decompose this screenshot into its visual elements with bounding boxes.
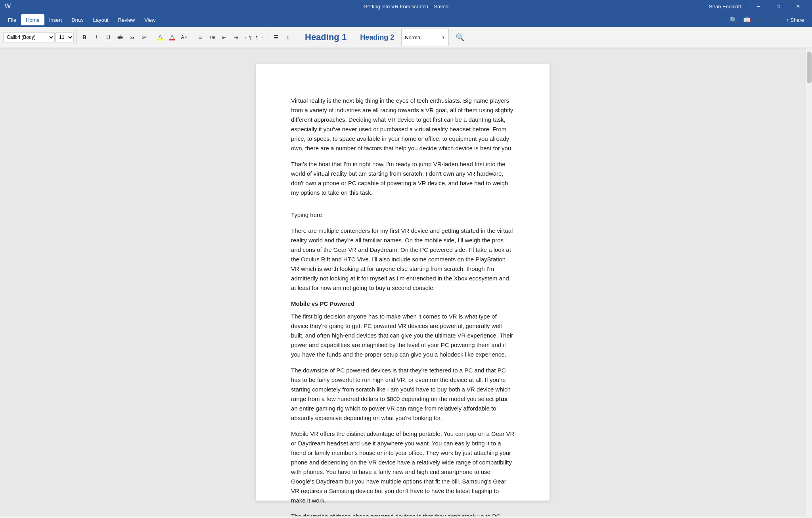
share-label: Share bbox=[790, 17, 804, 23]
underline-button[interactable]: U bbox=[103, 32, 114, 43]
separator-4 bbox=[268, 29, 268, 45]
paragraph-8: Mobile VR offers the distinct advantage … bbox=[291, 429, 515, 505]
scrollbar-track[interactable] bbox=[806, 48, 812, 516]
paragraph-7-text-1: The downside of PC powered devices is th… bbox=[291, 367, 511, 402]
menu-insert[interactable]: Insert bbox=[44, 14, 67, 25]
typing-text: Typing here bbox=[291, 211, 322, 218]
menu-draw[interactable]: Draw bbox=[67, 14, 88, 25]
align-left-button[interactable]: ☰ bbox=[270, 32, 282, 43]
paragraph-typing: Typing here bbox=[291, 210, 515, 220]
font-name-select[interactable]: Calibri (Body) bbox=[3, 32, 55, 42]
bullets-button[interactable]: ≡ bbox=[195, 32, 206, 43]
menu-layout[interactable]: Layout bbox=[88, 14, 113, 25]
window-controls: Sean Endicott ─ □ ✕ bbox=[709, 0, 807, 13]
rtl-button[interactable]: ←¶ bbox=[242, 32, 253, 43]
numbering-button[interactable]: 1≡ bbox=[207, 32, 218, 43]
highlight-button[interactable]: A bbox=[155, 32, 166, 43]
normal-style-dropdown[interactable]: Normal ▼ bbox=[401, 29, 449, 46]
paragraph-1: Virtual reality is the next big thing in… bbox=[291, 96, 515, 153]
menu-file[interactable]: File bbox=[3, 14, 21, 25]
line-spacing-button[interactable]: ↕ bbox=[282, 32, 293, 43]
font-color-button[interactable]: A bbox=[167, 32, 178, 43]
read-mode-icon[interactable]: 📖 bbox=[741, 14, 753, 26]
bold-plus: plus bbox=[495, 395, 508, 402]
document-scroll[interactable]: Virtual reality is the next big thing in… bbox=[0, 48, 806, 516]
user-name: Sean Endicott bbox=[709, 0, 741, 13]
paragraph-6: The first big decision anyone has to mak… bbox=[291, 312, 515, 359]
paragraph-1-text: Virtual reality is the next big thing in… bbox=[291, 97, 513, 152]
clear-formatting-button[interactable]: A✕ bbox=[178, 32, 190, 43]
document-area: Virtual reality is the next big thing in… bbox=[0, 48, 812, 516]
share-icon: ↑ bbox=[786, 17, 789, 23]
paragraph-9: The downside of these phone powered devi… bbox=[291, 512, 515, 516]
heading1-style-button[interactable]: Heading 1 bbox=[299, 29, 353, 46]
paragraph-2: That's the boat that I'm in right now. I… bbox=[291, 159, 515, 198]
paragraph-8-text: Mobile VR offers the distinct advantage … bbox=[291, 430, 514, 504]
separator-1 bbox=[76, 29, 77, 45]
document-page: Virtual reality is the next big thing in… bbox=[256, 64, 550, 501]
paragraph-7-text-2: an entire gaming rig which to power VR c… bbox=[291, 405, 496, 421]
close-button[interactable]: ✕ bbox=[789, 0, 807, 13]
menu-view[interactable]: View bbox=[140, 14, 160, 25]
separator-5 bbox=[296, 29, 296, 45]
word-logo-icon: W bbox=[5, 3, 11, 10]
italic-button[interactable]: I bbox=[91, 32, 102, 43]
heading2-style-button[interactable]: Heading 2 bbox=[354, 29, 400, 46]
heading-mobile-vs-pc: Mobile vs PC Powered bbox=[291, 299, 515, 309]
increase-indent-button[interactable]: ⇥ bbox=[230, 32, 241, 43]
title-bar: W Getting into VR from scratch – Saved S… bbox=[0, 0, 812, 13]
heading-mobile-vs-pc-text: Mobile vs PC Powered bbox=[291, 300, 354, 307]
document-search-button[interactable]: 🔍 bbox=[453, 30, 467, 44]
redo-icon[interactable]: ↪ bbox=[768, 14, 780, 26]
dropdown-arrow-icon: ▼ bbox=[441, 35, 445, 40]
separator-2 bbox=[152, 29, 152, 45]
subscript-button[interactable]: x₂ bbox=[126, 32, 138, 43]
menu-bar: File Home Insert Draw Layout Review View… bbox=[0, 13, 812, 27]
scrollbar-thumb[interactable] bbox=[807, 52, 812, 83]
undo-icon[interactable]: ↩ bbox=[755, 14, 766, 26]
separator-3 bbox=[192, 29, 192, 45]
bold-button[interactable]: B bbox=[79, 32, 90, 43]
menu-home[interactable]: Home bbox=[21, 14, 44, 25]
paragraph-9-text: The downside of these phone powered devi… bbox=[291, 513, 500, 516]
paragraph-2-text: That's the boat that I'm in right now. I… bbox=[291, 161, 508, 196]
paragraph-4-text: There are multiple contenders for my fir… bbox=[291, 227, 513, 291]
strikethrough-button[interactable]: ab bbox=[115, 32, 126, 43]
document-title: Getting into VR from scratch – Saved bbox=[364, 4, 449, 10]
decrease-indent-button[interactable]: ⇤ bbox=[218, 32, 230, 43]
font-size-select[interactable]: 11 bbox=[56, 32, 74, 42]
toolbar-main: Calibri (Body) 11 B I U ab x₂ x² A bbox=[0, 27, 812, 48]
normal-style-label: Normal bbox=[405, 35, 421, 40]
superscript-button[interactable]: x² bbox=[138, 32, 149, 43]
ribbon: Calibri (Body) 11 B I U ab x₂ x² A bbox=[0, 27, 812, 48]
search-icon[interactable]: 🔍 bbox=[728, 14, 739, 26]
restore-button[interactable]: □ bbox=[769, 0, 787, 13]
ltr-button[interactable]: ¶→ bbox=[254, 32, 265, 43]
minimize-button[interactable]: ─ bbox=[749, 0, 768, 13]
paragraph-4: There are multiple contenders for my fir… bbox=[291, 226, 515, 293]
paragraph-7: The downside of PC powered devices is th… bbox=[291, 366, 515, 423]
share-button[interactable]: ↑ Share bbox=[781, 14, 809, 25]
paragraph-6-text: The first big decision anyone has to mak… bbox=[291, 313, 513, 358]
menu-review[interactable]: Review bbox=[113, 14, 140, 25]
